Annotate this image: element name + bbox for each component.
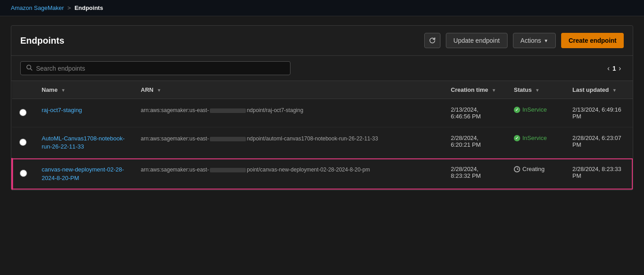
- row-radio-input[interactable]: [19, 109, 27, 116]
- col-header-arn[interactable]: ARN ▼: [134, 81, 444, 99]
- row-radio-input[interactable]: [19, 139, 27, 146]
- arn-redacted: [210, 108, 246, 113]
- endpoint-status-cell: InService: [507, 99, 565, 127]
- status-badge: InService: [514, 106, 558, 113]
- table-row: AutoML-Canvas1708-notebook-run-26-22-11-…: [12, 127, 633, 158]
- endpoint-arn-cell: arn:aws:sagemaker:us-east-ndpoint/automl…: [134, 127, 444, 158]
- endpoint-name-cell: canvas-new-deployment-02-28-2024-8-20-PM: [35, 158, 134, 189]
- create-endpoint-button[interactable]: Create endpoint: [561, 33, 624, 48]
- status-badge: Creating: [514, 166, 558, 172]
- endpoints-table: Name ▼ ARN ▼ Creation time ▼ Status: [11, 81, 633, 190]
- status-label: Creating: [522, 166, 544, 172]
- arn-redacted: [210, 137, 246, 141]
- creation-sort-icon: ▼: [492, 88, 496, 93]
- update-endpoint-label: Update endpoint: [454, 37, 500, 44]
- page-number: 1: [612, 65, 616, 72]
- arn-text: arn:aws:sagemaker:us-east-ndpoint/automl…: [141, 135, 378, 142]
- main-content: Endpoints Update endpoint Actions ▼ Crea…: [0, 16, 644, 199]
- status-label: InService: [522, 106, 547, 113]
- endpoints-panel: Endpoints Update endpoint Actions ▼ Crea…: [11, 25, 633, 190]
- pagination: ‹ 1 ›: [605, 63, 624, 73]
- updated-sort-icon: ▼: [612, 88, 617, 93]
- status-label: InService: [522, 135, 547, 141]
- status-creating-icon: [514, 166, 520, 172]
- table-row: raj-oct7-stagingarn:aws:sagemaker:us-eas…: [12, 99, 633, 127]
- status-inservice-icon: [514, 135, 520, 141]
- search-input-wrap: [20, 61, 290, 75]
- prev-page-button[interactable]: ‹: [605, 63, 612, 73]
- col-header-status[interactable]: Status ▼: [507, 81, 565, 99]
- arn-text: arn:aws:sagemaker:us-east-ndpoint/raj-oc…: [141, 107, 304, 113]
- arn-text: arn:aws:sagemaker:us-east-point/canvas-n…: [141, 167, 370, 173]
- breadcrumb-separator: >: [68, 5, 71, 11]
- table-header-row: Name ▼ ARN ▼ Creation time ▼ Status: [12, 81, 633, 99]
- actions-label: Actions: [521, 37, 541, 44]
- breadcrumb-bar: Amazon SageMaker > Endpoints: [0, 0, 644, 16]
- arn-sort-icon: ▼: [157, 88, 161, 93]
- refresh-button[interactable]: [424, 33, 440, 48]
- row-radio-cell: [12, 127, 35, 158]
- col-header-last-updated[interactable]: Last updated ▼: [565, 81, 633, 99]
- endpoint-name-link[interactable]: raj-oct7-staging: [42, 107, 82, 113]
- endpoint-status-cell: Creating: [507, 158, 565, 189]
- chevron-down-icon: ▼: [544, 38, 549, 43]
- status-badge: InService: [514, 135, 558, 141]
- endpoint-creation-time-cell: 2/28/2024, 8:23:32 PM: [444, 158, 507, 189]
- endpoint-arn-cell: arn:aws:sagemaker:us-east-ndpoint/raj-oc…: [134, 99, 444, 127]
- status-inservice-icon: [514, 107, 520, 113]
- next-page-button[interactable]: ›: [616, 63, 624, 73]
- endpoint-name-link[interactable]: canvas-new-deployment-02-28-2024-8-20-PM: [42, 166, 124, 181]
- row-radio-input[interactable]: [20, 170, 27, 177]
- endpoint-creation-time-cell: 2/13/2024, 6:46:56 PM: [444, 99, 507, 127]
- page-title: Endpoints: [20, 36, 419, 46]
- endpoint-name-link[interactable]: AutoML-Canvas1708-notebook-run-26-22-11-…: [42, 135, 125, 150]
- create-endpoint-label: Create endpoint: [568, 37, 617, 44]
- col-header-checkbox: [12, 81, 35, 99]
- endpoint-last-updated-cell: 2/28/2024, 8:23:33 PM: [565, 158, 633, 189]
- breadcrumb-current: Endpoints: [74, 5, 103, 11]
- row-radio-cell: [12, 99, 35, 127]
- table-row: canvas-new-deployment-02-28-2024-8-20-PM…: [12, 158, 633, 189]
- endpoint-status-cell: InService: [507, 127, 565, 158]
- panel-header: Endpoints Update endpoint Actions ▼ Crea…: [11, 26, 633, 56]
- endpoint-name-cell: AutoML-Canvas1708-notebook-run-26-22-11-…: [35, 127, 134, 158]
- col-header-creation-time[interactable]: Creation time ▼: [444, 81, 507, 99]
- breadcrumb-parent[interactable]: Amazon SageMaker: [11, 5, 64, 11]
- col-header-name[interactable]: Name ▼: [35, 81, 134, 99]
- status-sort-icon: ▼: [535, 88, 540, 93]
- svg-line-1: [31, 69, 32, 71]
- endpoint-last-updated-cell: 2/28/2024, 6:23:07 PM: [565, 127, 633, 158]
- arn-redacted: [210, 168, 246, 172]
- endpoint-last-updated-cell: 2/13/2024, 6:49:16 PM: [565, 99, 633, 127]
- endpoint-arn-cell: arn:aws:sagemaker:us-east-point/canvas-n…: [134, 158, 444, 189]
- search-icon: [26, 64, 32, 72]
- endpoint-name-cell: raj-oct7-staging: [35, 99, 134, 127]
- search-input[interactable]: [36, 65, 285, 72]
- name-sort-icon: ▼: [61, 88, 66, 93]
- row-radio-cell: [12, 158, 35, 189]
- search-bar: ‹ 1 ›: [11, 56, 633, 81]
- update-endpoint-button[interactable]: Update endpoint: [446, 33, 508, 48]
- actions-button[interactable]: Actions ▼: [513, 33, 556, 48]
- refresh-icon: [429, 37, 436, 44]
- endpoint-creation-time-cell: 2/28/2024, 6:20:21 PM: [444, 127, 507, 158]
